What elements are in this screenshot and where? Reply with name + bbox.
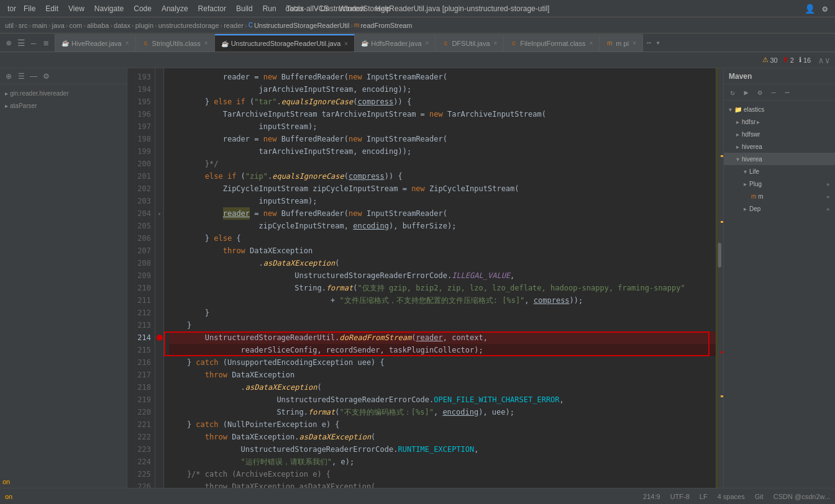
menu-view[interactable]: View [63, 2, 89, 16]
menu-file[interactable]: File [19, 2, 40, 16]
left-toolbar-icon1[interactable]: ⊕ [2, 70, 15, 83]
maven-collapse-icon[interactable]: — [767, 86, 780, 99]
next-warning[interactable]: ∨ [825, 55, 830, 65]
menu-build[interactable]: Build [231, 2, 258, 16]
breadcrumb-util[interactable]: util [5, 22, 14, 29]
expand-icon[interactable]: ≡ [40, 37, 52, 49]
tab-label: DFSUtil.java [452, 40, 490, 47]
left-toolbar-icon4[interactable]: ⚙ [40, 70, 52, 83]
tab-close[interactable]: × [125, 40, 129, 47]
breadcrumb-unstructuredstorage[interactable]: unstructuredstorage [158, 22, 219, 29]
menu-bar: tor File Edit View Navigate Code Analyze… [0, 0, 835, 17]
code-content[interactable]: reader = new BufferedReader(new InputStr… [164, 68, 716, 504]
scrollbar[interactable] [716, 68, 723, 504]
maven-run-icon[interactable]: ▶ [740, 86, 752, 99]
left-tree-item-1[interactable]: ▸ gin.reader.hivereader [0, 87, 127, 99]
java-icon: ☕ [221, 40, 229, 47]
status-position[interactable]: 214:9 [643, 493, 660, 500]
class-icon: c [442, 40, 449, 47]
tab-close[interactable]: × [494, 40, 498, 47]
tab-close[interactable]: × [632, 40, 636, 47]
code-line-201: else if ("zip".equalsIgnoreCase(compress… [169, 170, 716, 182]
left-tree-item-2[interactable]: ▸ ataParser [0, 99, 127, 112]
maven-tree-hdfswr[interactable]: hdfswr [724, 128, 835, 140]
breadcrumb-class[interactable]: UnstructuredStorageReaderUtil [254, 22, 349, 29]
status-indent[interactable]: 4 spaces [718, 493, 745, 500]
maven-chevron-icon[interactable]: ⋯ [781, 86, 793, 99]
settings-icon[interactable]: ⚙ [820, 2, 830, 15]
maven-tree-life[interactable]: Life [724, 165, 835, 178]
code-line-198: reader = new BufferedReader(new InputStr… [169, 133, 716, 145]
tab-label: FileInputFormat.class [520, 40, 585, 47]
status-git[interactable]: Git [755, 493, 764, 500]
tabs-overflow-button[interactable]: ⋯ ▾ [643, 34, 664, 52]
left-bottom-label: on [2, 478, 10, 485]
code-line-217: throw DataXException [169, 369, 716, 381]
maven-tree-hdfsr[interactable]: hdfsr [724, 115, 835, 128]
breadcrumb-reader[interactable]: reader [224, 22, 244, 29]
code-line-199: tarArchiveInputStream, encoding)); [169, 145, 716, 158]
warning-nav: ∧ ∨ [818, 55, 830, 65]
menu-analyze[interactable]: Analyze [157, 2, 193, 16]
left-toolbar-icon3[interactable]: — [27, 70, 40, 83]
menu-edit[interactable]: Edit [40, 2, 63, 16]
maven-settings-icon[interactable]: ⚙ [754, 86, 766, 99]
nav-forward-icon[interactable]: ☰ [15, 37, 27, 49]
menu-navigate[interactable]: Navigate [89, 2, 129, 16]
code-line-209: UnstructuredStorageReaderErrorCode.ILLEG… [169, 269, 716, 282]
menu-code[interactable]: Code [129, 2, 157, 16]
code-line-207: throw DataXException [169, 245, 716, 257]
menu-refactor[interactable]: Refactor [193, 2, 231, 16]
tab-string-utils[interactable]: c StringUtils.class × [136, 34, 215, 52]
code-line-202: ZipCycleInputStream zipCycleInputStream … [169, 182, 716, 195]
maven-tree-m[interactable]: m m ▸ [724, 190, 835, 202]
breadcrumb-datax[interactable]: datax [114, 22, 130, 29]
breadcrumb-com[interactable]: com [69, 22, 82, 29]
main-area: ⚠ 30 ⬆ 2 ℹ 16 ∧ ∨ ⊕ ☰ — ⚙ [0, 52, 835, 504]
breadcrumb-plugin[interactable]: plugin [135, 22, 153, 29]
tab-hive-reader[interactable]: ☕ HiveReader.java × [55, 34, 136, 52]
collapse-icon[interactable]: — [27, 37, 40, 49]
breadcrumb-alibaba[interactable]: alibaba [87, 22, 109, 29]
tab-close[interactable]: × [590, 40, 593, 47]
status-encoding[interactable]: UTF-8 [670, 493, 690, 500]
tab-close[interactable]: × [426, 40, 429, 47]
breadcrumb-src[interactable]: src [19, 22, 28, 29]
code-line-223: UnstructuredStorageReaderErrorCode.RUNTI… [169, 443, 716, 456]
error-count[interactable]: ⬆ 2 [783, 56, 794, 64]
profile-icon[interactable]: 👤 [802, 2, 818, 15]
maven-refresh-icon[interactable]: ↻ [726, 86, 739, 99]
breadcrumb-main[interactable]: main [32, 22, 47, 29]
tab-label: UnstructuredStorageReaderUtil.java [231, 40, 341, 47]
tab-unstructured-reader[interactable]: ☕ UnstructuredStorageReaderUtil.java × [215, 34, 355, 52]
warning-count[interactable]: ⚠ 30 [762, 56, 778, 64]
tab-close[interactable]: × [204, 40, 208, 47]
tab-hdfs-reader[interactable]: ☕ HdfsReader.java × [355, 34, 436, 52]
code-line-203: inputStream); [169, 195, 716, 207]
maven-tree-dep[interactable]: Dep ▸ [724, 202, 835, 215]
nav-back-icon[interactable]: ⊕ [2, 37, 15, 49]
maven-tree-plug[interactable]: Plug ▸ [724, 178, 835, 190]
tab-label: m pi [616, 40, 629, 47]
code-line-194: jarArchiveInputStream, encoding)); [169, 83, 716, 96]
left-toolbar-icon2[interactable]: ☰ [15, 70, 27, 83]
code-line-225: }/* catch (ArchiveException e) { [169, 468, 716, 480]
window-title: datax-all - UnstructuredStorageReaderUti… [286, 4, 550, 13]
tab-file-input-format[interactable]: c FileInputFormat.class × [504, 34, 600, 52]
tab-dfs-util[interactable]: c DFSUtil.java × [436, 34, 504, 52]
breadcrumb-method[interactable]: readFromStream [360, 22, 412, 29]
info-count[interactable]: ℹ 16 [799, 56, 811, 64]
prev-warning[interactable]: ∧ [818, 55, 823, 65]
breadcrumb-java[interactable]: java [52, 22, 65, 29]
maven-tree-hiverea2[interactable]: hiverea [724, 153, 835, 165]
tab-close[interactable]: × [344, 40, 348, 47]
maven-tree-elastics[interactable]: 📁 elastics [724, 103, 835, 115]
code-line-197: inputStream); [169, 120, 716, 133]
class-icon: c [510, 40, 518, 47]
menu-run[interactable]: Run [258, 2, 281, 16]
tab-m-pi[interactable]: m m pi × [600, 34, 643, 52]
maven-tree-hiverea1[interactable]: hiverea [724, 140, 835, 153]
error-icon: ⬆ [783, 56, 788, 64]
tab-label: HdfsReader.java [371, 40, 421, 47]
status-line-sep[interactable]: LF [700, 493, 708, 500]
